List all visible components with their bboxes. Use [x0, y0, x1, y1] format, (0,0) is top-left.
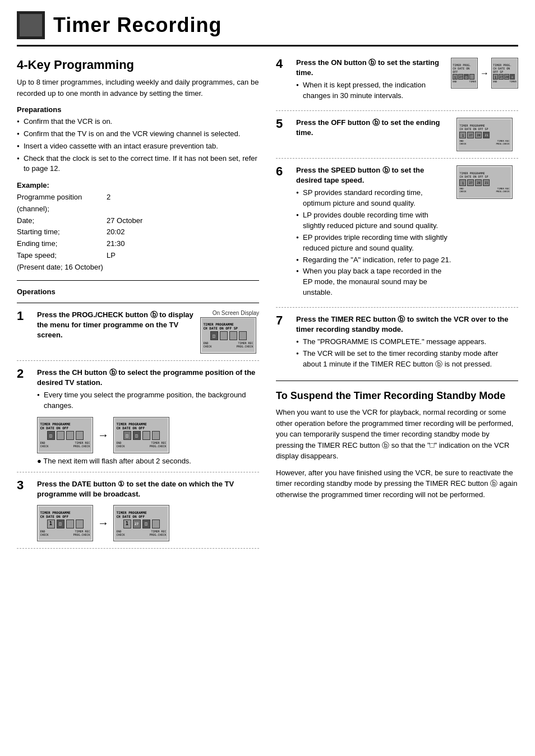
step-6-screen: TIMER PROGRAMME CH DATE ON OFF SP 1 27 2…	[456, 165, 518, 199]
screen-4b: TIMER PROG. CH DATE ON OFF SP 1 27 20 ◫ …	[491, 58, 518, 89]
step-1-content: Press the PROG./CHECK button ⓑ to displa…	[37, 310, 259, 354]
example-row: Ending time; 21:30	[17, 238, 259, 250]
right-column: 4 Press the ON button ⓑ to set the start…	[276, 58, 518, 555]
ex-value: LP	[107, 250, 259, 262]
ex-value: 21:30	[107, 238, 259, 250]
page-header: Timer Recording	[17, 11, 518, 47]
screen-display-3b: TIMER PROGRAMME CH DATE ON OFF 1 27 ◫ EN…	[113, 505, 169, 541]
arrow-icon: →	[480, 68, 489, 78]
ex-label: Date;	[17, 215, 107, 227]
screen-digit: ◫	[142, 520, 150, 528]
screen-display-2a: TIMER PROGRAMME CH DATE ON OFF ◫ ENDTIME…	[37, 417, 93, 453]
section-title: 4-Key Programming	[17, 58, 259, 72]
screen-digit: ◫	[57, 520, 64, 528]
step-6-bullets: SP provides standard recording time, opt…	[296, 188, 452, 298]
screen-digit	[152, 520, 160, 528]
step-6-bullet: LP provides double recording time with s…	[296, 210, 452, 231]
step-4-title: Press the ON button ⓑ to set the startin…	[296, 58, 446, 78]
screen-digit	[57, 431, 64, 440]
prep-item: Confirm that the VCR is on.	[17, 117, 259, 127]
step-6-bullet: SP provides standard recording time, opt…	[296, 188, 452, 209]
step-num-5: 5	[276, 118, 292, 130]
step-5-title: Press the OFF button ⓑ to set the ending…	[296, 118, 452, 138]
page-title: Timer Recording	[53, 13, 222, 37]
step-5: 5 Press the OFF button ⓑ to set the endi…	[276, 118, 518, 151]
preparations-heading: Preparations	[17, 105, 259, 114]
ex-label: Tape speed;	[17, 250, 107, 262]
screen-digit: 1	[47, 520, 55, 528]
step-3-content: Press the DATE button ① to set the date …	[37, 479, 259, 502]
step-2-bullets: Every time you select the programme posi…	[37, 390, 259, 411]
suspend-para-1: When you want to use the VCR for playbac…	[276, 407, 518, 462]
step-7-bullets: The "PROGRAMME IS COMPLETE." message app…	[296, 337, 518, 370]
screen-digit	[66, 520, 74, 528]
osd-label: On Screen Display	[200, 310, 259, 316]
prep-item: Check that the clock is set to the corre…	[17, 154, 259, 175]
screen-digit: ◫	[47, 431, 55, 440]
preparations-list: Confirm that the VCR is on. Confirm that…	[17, 117, 259, 174]
step-6-bullet: EP provides triple recording time with s…	[296, 233, 452, 254]
example-block: Example: Programme position (channel); 2…	[17, 180, 259, 273]
section-intro: Up to 8 timer programmes, including week…	[17, 77, 259, 99]
left-column: 4-Key Programming Up to 8 timer programm…	[17, 58, 259, 555]
screen-digit	[152, 431, 160, 440]
step-num-4: 4	[276, 58, 292, 70]
suspend-title: To Suspend the Timer Recording Standby M…	[276, 389, 518, 402]
ex-label: Ending time;	[17, 238, 107, 250]
screen-digit: ◫	[123, 431, 131, 440]
screen-digit	[220, 331, 228, 340]
step-6: 6 Press the SPEED button ⓑ to set the de…	[276, 165, 518, 300]
step-6-content: Press the SPEED button ⓑ to set the desi…	[296, 165, 452, 300]
step-1-title: Press the PROG./CHECK button ⓑ to displa…	[37, 310, 196, 341]
step-num-7: 7	[276, 314, 292, 372]
arrow-icon: →	[98, 517, 109, 530]
divider	[17, 548, 259, 549]
step-6-title: Press the SPEED button ⓑ to set the desi…	[296, 165, 452, 185]
header-icon	[17, 11, 45, 39]
screen-digit: ◫	[210, 331, 218, 340]
divider	[276, 110, 518, 111]
step-2-content: Press the CH button ⓑ to select the prog…	[37, 368, 259, 414]
step-7-bullet: The VCR will be set to the timer recordi…	[296, 349, 518, 370]
example-row: Tape speed; LP	[17, 250, 259, 262]
screen-digit: 27	[133, 520, 141, 528]
step-7-content: Press the TIMER REC button ⓑ to switch t…	[296, 314, 518, 372]
prep-item: Confirm that the TV is on and the VCR vi…	[17, 129, 259, 140]
divider	[276, 158, 518, 159]
divider	[276, 381, 518, 381]
screen-6: TIMER PROGRAMME CH DATE ON OFF SP 1 27 2…	[456, 165, 513, 199]
prep-item: Insert a video cassette with an intact e…	[17, 141, 259, 152]
step-6-bullet: Regarding the "A" indication, refer to p…	[296, 255, 452, 266]
screen-display-3a: TIMER PROGRAMME CH DATE ON OFF 1 ◫ ENDTI…	[37, 505, 93, 541]
step-4-bullet: When it is kept pressed, the indication …	[296, 80, 446, 101]
example-row: Starting time; 20:02	[17, 226, 259, 238]
step-num-2: 2	[17, 368, 33, 414]
suspend-section: To Suspend the Timer Recording Standby M…	[276, 389, 518, 500]
divider	[17, 472, 259, 472]
step-5-screen: TIMER PROGRAMME CH DATE ON OFF SP 1 27 2…	[456, 118, 518, 151]
step-3-title: Press the DATE button ① to set the date …	[37, 479, 259, 499]
step-2-note: ● The next item will flash after about 2…	[37, 457, 259, 465]
screen-digit	[66, 431, 74, 440]
screen-digit	[142, 431, 150, 440]
divider	[276, 307, 518, 308]
step-2-bullet: Every time you select the programme posi…	[37, 390, 259, 411]
step-2-title: Press the CH button ⓑ to select the prog…	[37, 368, 259, 388]
example-row: Date; 27 October	[17, 215, 259, 227]
main-content: 4-Key Programming Up to 8 timer programm…	[17, 58, 518, 555]
step-4-content: Press the ON button ⓑ to set the startin…	[296, 58, 446, 104]
divider	[17, 280, 259, 281]
ex-value: 20:02	[107, 226, 259, 238]
screen-digit	[229, 331, 237, 340]
screen-digit	[76, 520, 84, 528]
step-4-screens: TIMER PROG. CH DATE ON OFF 1 27 ◫ ENDTIM…	[451, 58, 518, 89]
arrow-icon: →	[98, 429, 109, 442]
screen-4a: TIMER PROG. CH DATE ON OFF 1 27 ◫ ENDTIM…	[451, 58, 478, 89]
step-3: 3 Press the DATE button ① to set the dat…	[17, 479, 259, 541]
step-num-3: 3	[17, 479, 33, 502]
screen-5: TIMER PROGRAMME CH DATE ON OFF SP 1 27 2…	[456, 118, 513, 151]
ex-value: 27 October	[107, 215, 259, 227]
step-4-bullets: When it is kept pressed, the indication …	[296, 80, 446, 101]
step-7-bullet: The "PROGRAMME IS COMPLETE." message app…	[296, 337, 518, 347]
screen-digit	[239, 331, 247, 340]
